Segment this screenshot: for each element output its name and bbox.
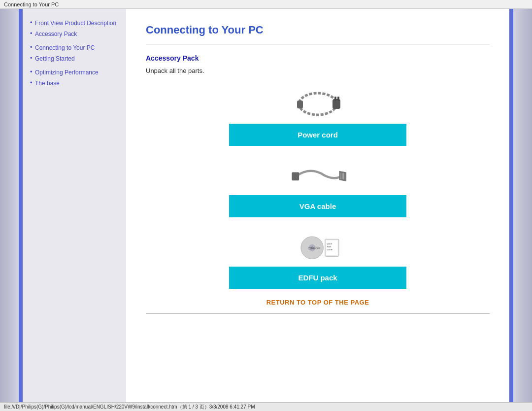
svg-rect-5 xyxy=(292,172,299,181)
sidebar-item: Optimizing Performance xyxy=(30,68,121,77)
bottom-divider xyxy=(146,313,490,314)
return-to-top-link[interactable]: RETURN TO TOP OF THE PAGE xyxy=(266,299,369,306)
main-content: Connecting to Your PC Accessory Pack Unp… xyxy=(126,9,509,402)
sidebar-link[interactable]: Front View Product Description xyxy=(35,20,116,27)
svg-text:Guide: Guide xyxy=(327,248,332,251)
right-blue-bar xyxy=(509,9,513,402)
sidebar-link[interactable]: Optimizing Performance xyxy=(35,69,99,76)
sidebar-item: Front View Product Description xyxy=(30,19,121,28)
svg-rect-1 xyxy=(297,101,303,108)
sidebar-item: Connecting to Your PC xyxy=(30,43,121,52)
titlebar-text: Connecting to Your PC xyxy=(4,1,59,7)
edfu-pack-image: CD-ROM Quick Start Guide xyxy=(283,227,352,267)
edfu-pack-svg: CD-ROM Quick Start Guide xyxy=(288,230,347,264)
edfu-pack-item: CD-ROM Quick Start Guide EDFU pack xyxy=(146,227,490,289)
svg-text:CD-ROM: CD-ROM xyxy=(308,246,320,250)
svg-rect-3 xyxy=(334,97,336,101)
svg-rect-4 xyxy=(337,97,339,101)
sidebar-item: The base xyxy=(30,79,121,88)
vga-cable-svg xyxy=(288,158,347,193)
intro-text: Unpack all the parts. xyxy=(146,67,490,74)
left-blue-bar xyxy=(19,9,23,402)
power-cord-item: Power cord xyxy=(146,84,490,146)
sidebar: Front View Product DescriptionAccessory … xyxy=(23,9,126,402)
edfu-pack-label: EDFU pack xyxy=(229,267,406,289)
sidebar-link[interactable]: Getting Started xyxy=(35,55,75,62)
svg-text:Quick: Quick xyxy=(327,242,332,245)
section-heading: Accessory Pack xyxy=(146,54,490,62)
return-link-container: RETURN TO TOP OF THE PAGE xyxy=(146,299,490,306)
vga-cable-image xyxy=(283,156,352,195)
vga-cable-label: VGA cable xyxy=(229,195,406,217)
vga-cable-item: VGA cable xyxy=(146,156,490,217)
power-cord-label: Power cord xyxy=(229,124,406,146)
page-title: Connecting to Your PC xyxy=(146,24,490,36)
power-cord-image xyxy=(283,84,352,124)
sidebar-link[interactable]: Connecting to Your PC xyxy=(35,44,95,51)
svg-point-0 xyxy=(299,93,336,115)
sidebar-item: Accessory Pack xyxy=(30,30,121,38)
sidebar-link[interactable]: Accessory Pack xyxy=(35,31,77,37)
power-cord-svg xyxy=(288,87,347,121)
svg-text:Start: Start xyxy=(327,245,332,248)
right-accent xyxy=(513,9,532,402)
sidebar-link[interactable]: The base xyxy=(35,80,60,87)
statusbar: file:///D|/Philips(G)/Philips(G)/lcd/man… xyxy=(0,402,532,411)
left-accent xyxy=(0,9,19,402)
sidebar-item: Getting Started xyxy=(30,54,121,63)
titlebar: Connecting to Your PC xyxy=(0,0,532,9)
statusbar-text: file:///D|/Philips(G)/Philips(G)/lcd/man… xyxy=(4,404,255,411)
svg-marker-6 xyxy=(339,171,346,181)
svg-rect-2 xyxy=(332,99,340,109)
top-divider xyxy=(146,44,490,44)
